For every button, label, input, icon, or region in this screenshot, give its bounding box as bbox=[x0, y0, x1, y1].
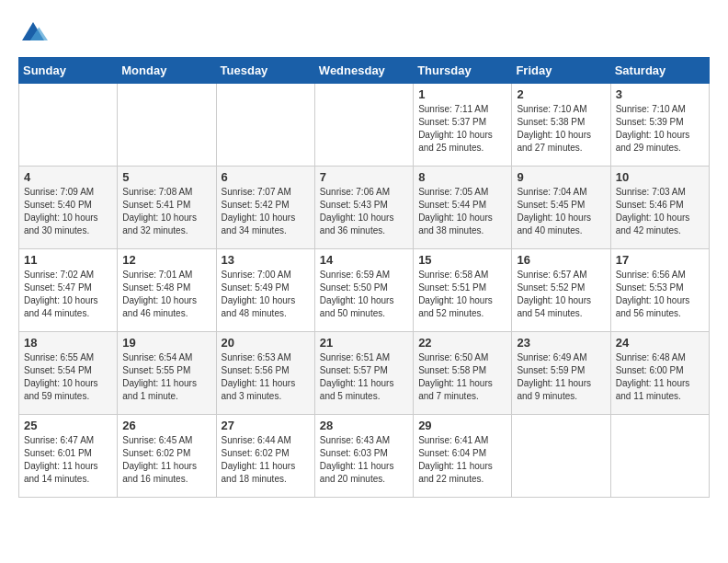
calendar-week-row: 25Sunrise: 6:47 AM Sunset: 6:01 PM Dayli… bbox=[19, 415, 710, 498]
day-number: 9 bbox=[517, 170, 605, 184]
calendar-body: 1Sunrise: 7:11 AM Sunset: 5:37 PM Daylig… bbox=[19, 84, 710, 498]
day-header-sunday: Sunday bbox=[19, 58, 118, 84]
calendar-cell: 28Sunrise: 6:43 AM Sunset: 6:03 PM Dayli… bbox=[314, 415, 413, 498]
day-info: Sunrise: 7:10 AM Sunset: 5:39 PM Dayligh… bbox=[616, 103, 704, 155]
day-header-saturday: Saturday bbox=[610, 58, 709, 84]
calendar-cell: 13Sunrise: 7:00 AM Sunset: 5:49 PM Dayli… bbox=[216, 249, 314, 332]
calendar-week-row: 4Sunrise: 7:09 AM Sunset: 5:40 PM Daylig… bbox=[19, 167, 710, 249]
day-info: Sunrise: 6:49 AM Sunset: 5:59 PM Dayligh… bbox=[517, 351, 605, 403]
day-number: 29 bbox=[418, 419, 506, 432]
day-info: Sunrise: 6:55 AM Sunset: 5:54 PM Dayligh… bbox=[24, 351, 112, 403]
day-info: Sunrise: 7:00 AM Sunset: 5:49 PM Dayligh… bbox=[222, 269, 310, 320]
day-info: Sunrise: 7:03 AM Sunset: 5:46 PM Dayligh… bbox=[616, 186, 704, 237]
day-number: 6 bbox=[222, 170, 310, 184]
day-info: Sunrise: 6:58 AM Sunset: 5:51 PM Dayligh… bbox=[418, 269, 506, 320]
day-info: Sunrise: 6:48 AM Sunset: 6:00 PM Dayligh… bbox=[616, 351, 704, 403]
day-info: Sunrise: 7:07 AM Sunset: 5:42 PM Dayligh… bbox=[222, 186, 310, 237]
calendar-header-row: SundayMondayTuesdayWednesdayThursdayFrid… bbox=[19, 58, 710, 84]
calendar-cell: 3Sunrise: 7:10 AM Sunset: 5:39 PM Daylig… bbox=[610, 84, 709, 167]
day-info: Sunrise: 7:01 AM Sunset: 5:48 PM Dayligh… bbox=[122, 269, 210, 320]
day-header-tuesday: Tuesday bbox=[216, 58, 314, 84]
day-info: Sunrise: 6:43 AM Sunset: 6:03 PM Dayligh… bbox=[320, 434, 408, 486]
calendar-cell: 14Sunrise: 6:59 AM Sunset: 5:50 PM Dayli… bbox=[314, 249, 413, 332]
day-number: 1 bbox=[418, 87, 506, 101]
page-header bbox=[18, 18, 710, 48]
day-header-friday: Friday bbox=[512, 58, 610, 84]
day-header-thursday: Thursday bbox=[414, 58, 512, 84]
calendar-cell: 15Sunrise: 6:58 AM Sunset: 5:51 PM Dayli… bbox=[414, 249, 512, 332]
calendar-cell: 9Sunrise: 7:04 AM Sunset: 5:45 PM Daylig… bbox=[512, 167, 610, 249]
calendar-cell: 17Sunrise: 6:56 AM Sunset: 5:53 PM Dayli… bbox=[610, 249, 709, 332]
calendar-cell: 19Sunrise: 6:54 AM Sunset: 5:55 PM Dayli… bbox=[118, 332, 216, 415]
day-info: Sunrise: 6:59 AM Sunset: 5:50 PM Dayligh… bbox=[320, 269, 408, 320]
day-number: 20 bbox=[222, 336, 310, 350]
day-number: 24 bbox=[616, 336, 704, 350]
day-number: 2 bbox=[517, 87, 605, 101]
logo-icon bbox=[18, 18, 48, 48]
day-info: Sunrise: 6:51 AM Sunset: 5:57 PM Dayligh… bbox=[320, 351, 408, 403]
calendar-cell: 29Sunrise: 6:41 AM Sunset: 6:04 PM Dayli… bbox=[414, 415, 512, 498]
calendar-cell: 21Sunrise: 6:51 AM Sunset: 5:57 PM Dayli… bbox=[314, 332, 413, 415]
calendar-cell: 18Sunrise: 6:55 AM Sunset: 5:54 PM Dayli… bbox=[19, 332, 118, 415]
day-number: 23 bbox=[517, 336, 605, 350]
calendar-cell: 20Sunrise: 6:53 AM Sunset: 5:56 PM Dayli… bbox=[216, 332, 314, 415]
calendar-table: SundayMondayTuesdayWednesdayThursdayFrid… bbox=[18, 57, 710, 498]
calendar-cell: 10Sunrise: 7:03 AM Sunset: 5:46 PM Dayli… bbox=[610, 167, 709, 249]
calendar-cell bbox=[19, 84, 118, 167]
day-info: Sunrise: 6:41 AM Sunset: 6:04 PM Dayligh… bbox=[418, 434, 506, 486]
calendar-cell bbox=[314, 84, 413, 167]
calendar-cell: 25Sunrise: 6:47 AM Sunset: 6:01 PM Dayli… bbox=[19, 415, 118, 498]
calendar-cell: 23Sunrise: 6:49 AM Sunset: 5:59 PM Dayli… bbox=[512, 332, 610, 415]
calendar-cell: 4Sunrise: 7:09 AM Sunset: 5:40 PM Daylig… bbox=[19, 167, 118, 249]
day-number: 27 bbox=[222, 419, 310, 432]
calendar-week-row: 11Sunrise: 7:02 AM Sunset: 5:47 PM Dayli… bbox=[19, 249, 710, 332]
day-number: 7 bbox=[320, 170, 408, 184]
day-number: 26 bbox=[122, 419, 210, 432]
day-info: Sunrise: 7:06 AM Sunset: 5:43 PM Dayligh… bbox=[320, 186, 408, 237]
calendar-cell: 24Sunrise: 6:48 AM Sunset: 6:00 PM Dayli… bbox=[610, 332, 709, 415]
day-info: Sunrise: 6:50 AM Sunset: 5:58 PM Dayligh… bbox=[418, 351, 506, 403]
day-info: Sunrise: 7:05 AM Sunset: 5:44 PM Dayligh… bbox=[418, 186, 506, 237]
day-number: 5 bbox=[122, 170, 210, 184]
day-number: 13 bbox=[222, 253, 310, 267]
day-number: 12 bbox=[122, 253, 210, 267]
day-number: 25 bbox=[24, 419, 112, 432]
day-info: Sunrise: 6:53 AM Sunset: 5:56 PM Dayligh… bbox=[222, 351, 310, 403]
day-number: 4 bbox=[24, 170, 112, 184]
calendar-cell bbox=[216, 84, 314, 167]
day-number: 28 bbox=[320, 419, 408, 432]
day-number: 10 bbox=[616, 170, 704, 184]
day-info: Sunrise: 6:44 AM Sunset: 6:02 PM Dayligh… bbox=[222, 434, 310, 486]
day-info: Sunrise: 7:08 AM Sunset: 5:41 PM Dayligh… bbox=[122, 186, 210, 237]
day-header-wednesday: Wednesday bbox=[314, 58, 413, 84]
calendar-cell: 5Sunrise: 7:08 AM Sunset: 5:41 PM Daylig… bbox=[118, 167, 216, 249]
calendar-cell: 7Sunrise: 7:06 AM Sunset: 5:43 PM Daylig… bbox=[314, 167, 413, 249]
calendar-cell: 16Sunrise: 6:57 AM Sunset: 5:52 PM Dayli… bbox=[512, 249, 610, 332]
day-number: 16 bbox=[517, 253, 605, 267]
calendar-cell: 1Sunrise: 7:11 AM Sunset: 5:37 PM Daylig… bbox=[414, 84, 512, 167]
calendar-cell bbox=[512, 415, 610, 498]
calendar-cell: 11Sunrise: 7:02 AM Sunset: 5:47 PM Dayli… bbox=[19, 249, 118, 332]
day-info: Sunrise: 7:10 AM Sunset: 5:38 PM Dayligh… bbox=[517, 103, 605, 155]
day-number: 19 bbox=[122, 336, 210, 350]
day-info: Sunrise: 7:09 AM Sunset: 5:40 PM Dayligh… bbox=[24, 186, 112, 237]
calendar-cell bbox=[610, 415, 709, 498]
calendar-cell: 26Sunrise: 6:45 AM Sunset: 6:02 PM Dayli… bbox=[118, 415, 216, 498]
day-info: Sunrise: 6:47 AM Sunset: 6:01 PM Dayligh… bbox=[24, 434, 112, 486]
day-info: Sunrise: 6:45 AM Sunset: 6:02 PM Dayligh… bbox=[122, 434, 210, 486]
calendar-week-row: 18Sunrise: 6:55 AM Sunset: 5:54 PM Dayli… bbox=[19, 332, 710, 415]
day-number: 3 bbox=[616, 87, 704, 101]
day-header-monday: Monday bbox=[118, 58, 216, 84]
day-number: 14 bbox=[320, 253, 408, 267]
day-info: Sunrise: 7:04 AM Sunset: 5:45 PM Dayligh… bbox=[517, 186, 605, 237]
day-number: 18 bbox=[24, 336, 112, 350]
day-info: Sunrise: 6:56 AM Sunset: 5:53 PM Dayligh… bbox=[616, 269, 704, 320]
day-number: 17 bbox=[616, 253, 704, 267]
day-info: Sunrise: 7:02 AM Sunset: 5:47 PM Dayligh… bbox=[24, 269, 112, 320]
day-info: Sunrise: 7:11 AM Sunset: 5:37 PM Dayligh… bbox=[418, 103, 506, 155]
day-number: 11 bbox=[24, 253, 112, 267]
calendar-week-row: 1Sunrise: 7:11 AM Sunset: 5:37 PM Daylig… bbox=[19, 84, 710, 167]
calendar-cell: 2Sunrise: 7:10 AM Sunset: 5:38 PM Daylig… bbox=[512, 84, 610, 167]
day-number: 21 bbox=[320, 336, 408, 350]
calendar-cell: 12Sunrise: 7:01 AM Sunset: 5:48 PM Dayli… bbox=[118, 249, 216, 332]
